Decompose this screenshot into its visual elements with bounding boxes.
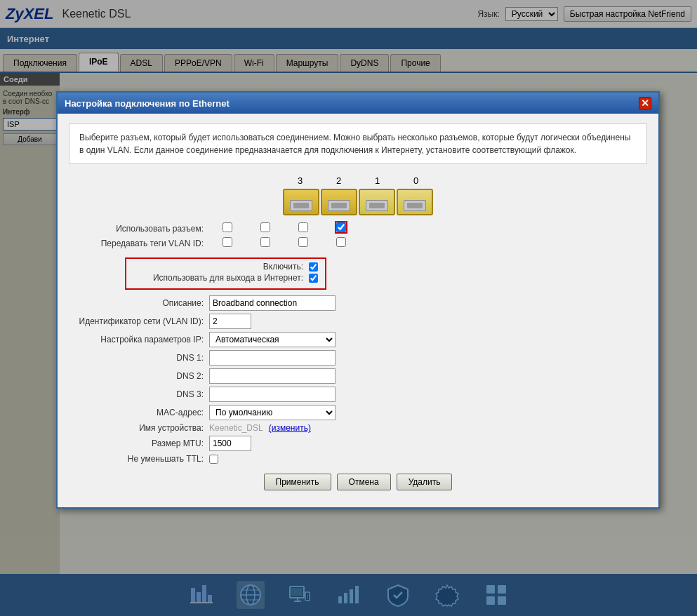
dns1-row: DNS 1:: [69, 350, 647, 366]
description-input[interactable]: [209, 295, 336, 311]
cancel-button[interactable]: Отмена: [337, 474, 391, 490]
dns3-label: DNS 3:: [69, 389, 209, 399]
dialog-close-button[interactable]: ✕: [639, 97, 651, 109]
description-row: Описание:: [69, 295, 647, 311]
enable-label: Включить:: [133, 262, 309, 272]
vlan-label: Передавать теги VLAN ID:: [69, 239, 209, 248]
port-icon-2[interactable]: [321, 189, 357, 215]
dns2-label: DNS 2:: [69, 371, 209, 381]
delete-button[interactable]: Удалить: [397, 474, 453, 490]
dialog-info-text: Выберите разъем, который будет использов…: [79, 133, 630, 155]
mtu-row: Размер MTU:: [69, 436, 647, 451]
use-port-cb-1: [285, 222, 321, 234]
ports-section: 3 2 1 0: [69, 175, 647, 215]
vlan-cb-1: [285, 237, 321, 249]
use-port-cb-2: [247, 222, 284, 234]
vlan-checkboxes: [209, 237, 359, 249]
ethernet-settings-dialog: Настройка подключения по Ethernet ✕ Выбе…: [56, 91, 660, 509]
dialog-info-box: Выберите разъем, который будет использов…: [69, 123, 647, 164]
dns2-input[interactable]: [209, 368, 336, 384]
ip-settings-label: Настройка параметров IP:: [69, 335, 209, 344]
dns3-input[interactable]: [209, 387, 336, 402]
enable-checkbox[interactable]: [309, 262, 318, 272]
port-icon-0[interactable]: [397, 189, 433, 215]
use-port-checkboxes: [209, 222, 359, 234]
use-port-label: Использовать разъем:: [69, 224, 209, 234]
port-number-2: 2: [319, 175, 358, 186]
port-number-0: 0: [397, 175, 435, 186]
use-port-checkbox-2[interactable]: [260, 222, 270, 232]
vlan-checkbox-3[interactable]: [223, 237, 232, 247]
device-name-label: Имя устройства:: [69, 423, 209, 433]
internet-label: Использовать для выхода в Интернет:: [133, 273, 309, 283]
ttl-row: Не уменьшать TTL:: [69, 454, 647, 464]
mtu-label: Размер MTU:: [69, 438, 209, 448]
use-port-checkbox-0[interactable]: [336, 222, 346, 232]
port-number-3: 3: [281, 175, 319, 186]
use-port-row: Использовать разъем:: [69, 222, 647, 234]
description-label: Описание:: [69, 298, 209, 308]
vlan-cb-3: [209, 237, 246, 249]
ttl-label: Не уменьшать TTL:: [69, 454, 209, 464]
dialog-buttons: Применить Отмена Удалить: [69, 474, 647, 497]
use-port-checkbox-3[interactable]: [223, 222, 232, 232]
port-icons-row: [283, 189, 433, 215]
vlan-cb-0: [323, 237, 359, 249]
dialog-title-bar: Настройка подключения по Ethernet ✕: [58, 93, 658, 114]
vlan-row: Передавать теги VLAN ID:: [69, 237, 647, 249]
port-numbers: 3 2 1 0: [281, 175, 435, 186]
vlan-checkbox-0[interactable]: [336, 237, 346, 247]
vlan-checkbox-2[interactable]: [260, 237, 270, 247]
internet-checkbox[interactable]: [309, 274, 318, 283]
enable-internet-section: Включить: Использовать для выхода в Инте…: [125, 257, 326, 290]
vlan-id-label: Идентификатор сети (VLAN ID):: [69, 316, 209, 326]
use-port-checkbox-1[interactable]: [298, 222, 308, 232]
port-icon-1[interactable]: [359, 189, 395, 215]
device-name-row: Имя устройства: Keenetic_DSL (изменить): [69, 423, 647, 433]
port-checkbox-section: Использовать разъем:: [69, 222, 647, 249]
ip-settings-row: Настройка параметров IP: Автоматическая …: [69, 332, 647, 347]
vlan-id-input[interactable]: [209, 314, 251, 329]
dns2-row: DNS 2:: [69, 368, 647, 384]
dialog-title: Настройка подключения по Ethernet: [65, 98, 230, 109]
internet-row: Использовать для выхода в Интернет:: [133, 273, 318, 283]
device-name-value: Keenetic_DSL: [209, 423, 263, 433]
vlan-id-row: Идентификатор сети (VLAN ID):: [69, 314, 647, 329]
use-port-cb-3: [209, 222, 246, 234]
mac-row: MAC-адрес: По умолчанию Ручной: [69, 405, 647, 420]
port-number-1: 1: [358, 175, 397, 186]
dns1-label: DNS 1:: [69, 353, 209, 363]
mtu-input[interactable]: [209, 436, 251, 451]
dns1-input[interactable]: [209, 350, 336, 366]
mac-select[interactable]: По умолчанию Ручной: [209, 405, 336, 420]
vlan-checkbox-1[interactable]: [298, 237, 308, 247]
ttl-checkbox[interactable]: [209, 455, 218, 464]
mac-label: MAC-адрес:: [69, 408, 209, 417]
change-link[interactable]: (изменить): [269, 423, 311, 433]
vlan-cb-2: [247, 237, 284, 249]
port-icon-3[interactable]: [283, 189, 319, 215]
enable-row: Включить:: [133, 262, 318, 272]
use-port-cb-0: [323, 222, 359, 234]
ip-settings-select[interactable]: Автоматическая Ручная: [209, 332, 336, 347]
dialog-body: Выберите разъем, который будет использов…: [58, 114, 658, 507]
dialog-overlay: Настройка подключения по Ethernet ✕ Выбе…: [0, 0, 697, 616]
apply-button[interactable]: Применить: [264, 474, 331, 490]
dns3-row: DNS 3:: [69, 387, 647, 402]
